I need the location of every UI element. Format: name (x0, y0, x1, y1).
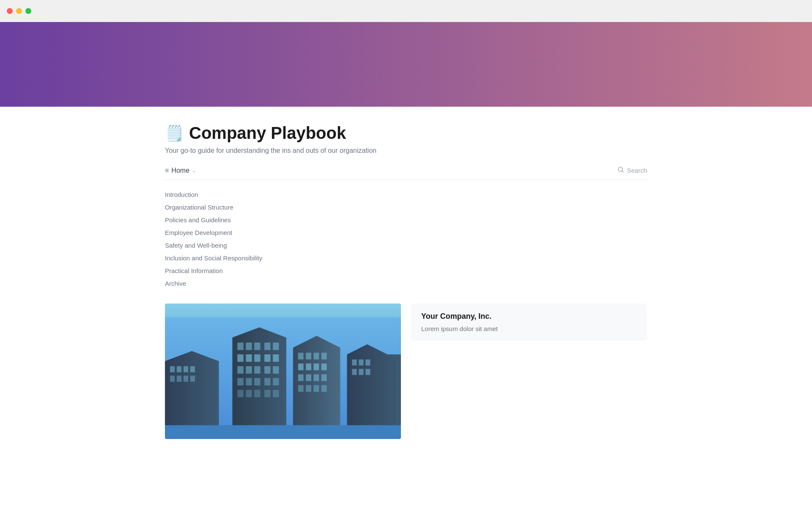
svg-rect-27 (264, 390, 270, 398)
traffic-light-yellow[interactable] (16, 8, 22, 14)
svg-rect-20 (246, 378, 252, 386)
nav-link-inclusion-social-responsibility[interactable]: Inclusion and Social Responsibility (165, 254, 262, 262)
svg-rect-23 (273, 378, 279, 386)
svg-rect-8 (273, 342, 279, 350)
svg-marker-3 (232, 327, 286, 425)
list-item: Employee Development (165, 226, 647, 239)
svg-rect-34 (298, 364, 304, 370)
svg-rect-40 (314, 374, 319, 381)
search-label: Search (627, 167, 647, 174)
company-card: Your Company, Inc. Lorem ipsum dolor sit… (411, 304, 647, 341)
nav-link-organizational-structure[interactable]: Organizational Structure (165, 204, 233, 211)
nav-link-archive[interactable]: Archive (165, 280, 186, 287)
svg-rect-61 (190, 375, 195, 381)
svg-rect-24 (237, 390, 243, 398)
svg-rect-39 (306, 374, 311, 381)
svg-rect-26 (254, 390, 260, 398)
search-button[interactable]: Search (617, 166, 647, 174)
nav-link-practical-information[interactable]: Practical Information (165, 267, 223, 274)
svg-rect-21 (254, 378, 260, 386)
svg-rect-31 (306, 353, 311, 359)
svg-rect-22 (264, 378, 270, 386)
svg-rect-33 (321, 353, 327, 359)
nav-home-label[interactable]: Home (171, 167, 189, 174)
svg-rect-41 (321, 374, 327, 381)
svg-marker-53 (165, 351, 219, 425)
nav-link-safety-wellbeing[interactable]: Safety and Well-being (165, 242, 227, 249)
svg-rect-12 (264, 354, 270, 362)
list-item: Policies and Guidelines (165, 214, 647, 226)
svg-rect-17 (264, 366, 270, 374)
svg-rect-15 (246, 366, 252, 374)
page-title-row: 🗒️ Company Playbook (165, 124, 647, 143)
nav-bar: ≡ Home ⌄ Search (165, 166, 647, 180)
svg-rect-38 (298, 374, 304, 381)
svg-rect-6 (254, 342, 260, 350)
svg-rect-19 (237, 378, 243, 386)
page-emoji: 🗒️ (165, 124, 184, 142)
page-title: Company Playbook (189, 124, 346, 143)
svg-rect-49 (365, 359, 370, 365)
svg-rect-37 (321, 364, 327, 370)
main-content: 🗒️ Company Playbook Your go-to guide for… (131, 107, 681, 439)
building-image (165, 304, 401, 439)
company-name: Your Company, Inc. (421, 312, 637, 321)
svg-rect-59 (177, 375, 181, 381)
svg-rect-55 (177, 366, 181, 372)
svg-rect-13 (273, 354, 279, 362)
svg-rect-30 (298, 353, 304, 359)
svg-rect-60 (184, 375, 188, 381)
company-description: Lorem ipsum dolor sit amet (421, 325, 637, 332)
svg-rect-42 (298, 385, 304, 392)
svg-rect-57 (190, 366, 195, 372)
list-item: Archive (165, 277, 647, 290)
home-list-icon: ≡ (165, 167, 169, 174)
list-item: Safety and Well-being (165, 239, 647, 252)
search-icon (617, 166, 624, 174)
svg-rect-10 (246, 354, 252, 362)
svg-rect-47 (352, 359, 357, 365)
svg-rect-7 (264, 342, 270, 350)
list-item: Practical Information (165, 265, 647, 277)
svg-rect-5 (246, 342, 252, 350)
chevron-down-icon: ⌄ (192, 168, 196, 174)
svg-rect-58 (170, 375, 175, 381)
titlebar (0, 0, 812, 22)
content-grid: Your Company, Inc. Lorem ipsum dolor sit… (165, 304, 647, 439)
list-item: Introduction (165, 188, 647, 201)
svg-rect-50 (352, 369, 357, 375)
svg-rect-54 (170, 366, 175, 372)
traffic-light-green[interactable] (25, 8, 31, 14)
svg-marker-46 (347, 344, 401, 425)
svg-rect-43 (306, 385, 311, 392)
nav-left: ≡ Home ⌄ (165, 167, 196, 174)
svg-rect-16 (254, 366, 260, 374)
nav-link-introduction[interactable]: Introduction (165, 191, 198, 198)
page-subtitle: Your go-to guide for understanding the i… (165, 147, 647, 155)
nav-links-list: Introduction Organizational Structure Po… (165, 188, 647, 290)
list-item: Organizational Structure (165, 201, 647, 214)
svg-rect-4 (237, 342, 243, 350)
svg-rect-11 (254, 354, 260, 362)
svg-rect-44 (314, 385, 319, 392)
svg-rect-48 (359, 359, 363, 365)
svg-rect-51 (359, 369, 363, 375)
svg-rect-35 (306, 364, 311, 370)
hero-banner (0, 22, 812, 107)
svg-rect-9 (237, 354, 243, 362)
traffic-light-red[interactable] (7, 8, 13, 14)
nav-link-policies-guidelines[interactable]: Policies and Guidelines (165, 216, 231, 224)
list-item: Inclusion and Social Responsibility (165, 252, 647, 265)
svg-rect-14 (237, 366, 243, 374)
svg-rect-52 (365, 369, 370, 375)
nav-link-employee-development[interactable]: Employee Development (165, 229, 232, 236)
svg-rect-28 (273, 390, 279, 398)
svg-rect-25 (246, 390, 252, 398)
svg-rect-56 (184, 366, 188, 372)
svg-rect-45 (321, 385, 327, 392)
svg-rect-32 (314, 353, 319, 359)
svg-rect-36 (314, 364, 319, 370)
svg-line-1 (622, 171, 624, 173)
svg-rect-18 (273, 366, 279, 374)
